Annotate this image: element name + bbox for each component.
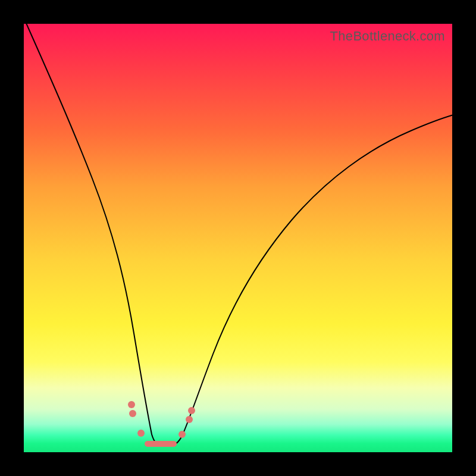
svg-point-2	[137, 430, 145, 437]
chart-frame: TheBottleneck.com	[0, 0, 476, 476]
curve-path	[24, 18, 453, 445]
bottleneck-curve	[24, 24, 452, 452]
svg-point-1	[129, 410, 136, 417]
highlight-markers	[128, 401, 195, 444]
svg-point-0	[128, 401, 135, 408]
svg-point-3	[178, 431, 186, 438]
svg-point-5	[188, 407, 195, 414]
svg-point-4	[186, 416, 193, 423]
plot-area: TheBottleneck.com	[24, 24, 452, 452]
